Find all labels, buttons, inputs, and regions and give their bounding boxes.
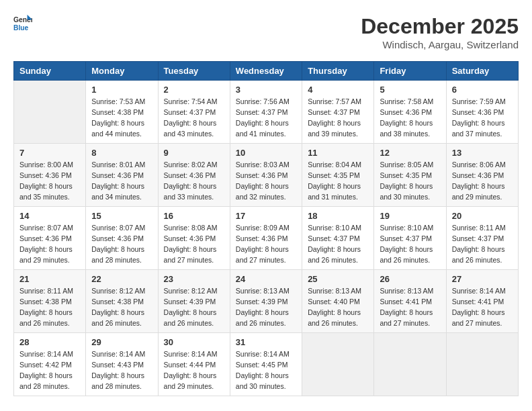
cell-content: Sunrise: 7:58 AMSunset: 4:36 PMDaylight:… [380, 97, 440, 139]
calendar-cell: 28Sunrise: 8:14 AMSunset: 4:42 PMDayligh… [14, 333, 86, 396]
cell-content: Sunrise: 8:04 AMSunset: 4:35 PMDaylight:… [308, 160, 368, 202]
cell-content: Sunrise: 8:05 AMSunset: 4:35 PMDaylight:… [380, 160, 440, 202]
calendar-cell: 19Sunrise: 8:10 AMSunset: 4:37 PMDayligh… [374, 207, 446, 270]
day-number: 9 [164, 148, 224, 158]
day-number: 13 [452, 148, 513, 158]
day-number: 1 [91, 85, 152, 95]
calendar-cell: 16Sunrise: 8:08 AMSunset: 4:36 PMDayligh… [158, 207, 230, 270]
calendar-cell: 15Sunrise: 8:07 AMSunset: 4:36 PMDayligh… [86, 207, 158, 270]
cell-content: Sunrise: 8:14 AMSunset: 4:45 PMDaylight:… [236, 349, 296, 392]
weekday-header-wednesday: Wednesday [230, 62, 302, 81]
cell-content: Sunrise: 7:59 AMSunset: 4:36 PMDaylight:… [452, 97, 513, 139]
calendar-cell: 4Sunrise: 7:57 AMSunset: 4:37 PMDaylight… [302, 81, 374, 144]
day-number: 30 [164, 337, 224, 347]
weekday-header-monday: Monday [86, 62, 158, 81]
calendar-cell: 14Sunrise: 8:07 AMSunset: 4:36 PMDayligh… [14, 207, 86, 270]
calendar-cell: 3Sunrise: 7:56 AMSunset: 4:37 PMDaylight… [230, 81, 302, 144]
calendar-cell: 25Sunrise: 8:13 AMSunset: 4:40 PMDayligh… [302, 270, 374, 333]
day-number: 5 [380, 85, 440, 95]
calendar-cell: 21Sunrise: 8:11 AMSunset: 4:38 PMDayligh… [14, 270, 86, 333]
cell-content: Sunrise: 8:00 AMSunset: 4:36 PMDaylight:… [19, 160, 80, 202]
cell-content: Sunrise: 8:13 AMSunset: 4:40 PMDaylight:… [308, 286, 368, 328]
calendar-cell: 11Sunrise: 8:04 AMSunset: 4:35 PMDayligh… [302, 144, 374, 207]
week-row-3: 14Sunrise: 8:07 AMSunset: 4:36 PMDayligh… [14, 207, 519, 270]
calendar-cell: 23Sunrise: 8:12 AMSunset: 4:39 PMDayligh… [158, 270, 230, 333]
cell-content: Sunrise: 8:08 AMSunset: 4:36 PMDaylight:… [164, 223, 224, 265]
calendar-cell: 9Sunrise: 8:02 AMSunset: 4:36 PMDaylight… [158, 144, 230, 207]
calendar-cell: 8Sunrise: 8:01 AMSunset: 4:36 PMDaylight… [86, 144, 158, 207]
calendar-cell [446, 333, 518, 396]
day-number: 10 [236, 148, 296, 158]
cell-content: Sunrise: 8:10 AMSunset: 4:37 PMDaylight:… [308, 223, 368, 265]
calendar-cell: 18Sunrise: 8:10 AMSunset: 4:37 PMDayligh… [302, 207, 374, 270]
day-number: 22 [91, 274, 152, 284]
cell-content: Sunrise: 8:14 AMSunset: 4:44 PMDaylight:… [164, 349, 224, 392]
cell-content: Sunrise: 8:14 AMSunset: 4:41 PMDaylight:… [452, 286, 513, 328]
calendar-cell: 31Sunrise: 8:14 AMSunset: 4:45 PMDayligh… [230, 333, 302, 396]
cell-content: Sunrise: 8:11 AMSunset: 4:37 PMDaylight:… [452, 223, 513, 265]
calendar-cell: 10Sunrise: 8:03 AMSunset: 4:36 PMDayligh… [230, 144, 302, 207]
day-number: 27 [452, 274, 513, 284]
day-number: 16 [164, 211, 224, 221]
week-row-5: 28Sunrise: 8:14 AMSunset: 4:42 PMDayligh… [14, 333, 519, 396]
cell-content: Sunrise: 8:14 AMSunset: 4:42 PMDaylight:… [19, 349, 80, 392]
calendar-cell: 2Sunrise: 7:54 AMSunset: 4:37 PMDaylight… [158, 81, 230, 144]
calendar-cell [302, 333, 374, 396]
cell-content: Sunrise: 8:01 AMSunset: 4:36 PMDaylight:… [91, 160, 152, 202]
cell-content: Sunrise: 7:57 AMSunset: 4:37 PMDaylight:… [308, 97, 368, 139]
day-number: 29 [91, 337, 152, 347]
day-number: 11 [308, 148, 368, 158]
svg-text:Blue: Blue [13, 24, 29, 32]
day-number: 14 [19, 211, 80, 221]
day-number: 3 [236, 85, 296, 95]
day-number: 17 [236, 211, 296, 221]
calendar-cell: 27Sunrise: 8:14 AMSunset: 4:41 PMDayligh… [446, 270, 518, 333]
day-number: 12 [380, 148, 440, 158]
calendar-cell: 24Sunrise: 8:13 AMSunset: 4:39 PMDayligh… [230, 270, 302, 333]
calendar-cell: 5Sunrise: 7:58 AMSunset: 4:36 PMDaylight… [374, 81, 446, 144]
month-title: December 2025 [361, 13, 519, 39]
cell-content: Sunrise: 8:07 AMSunset: 4:36 PMDaylight:… [91, 223, 152, 265]
logo: General Blue [13, 13, 32, 32]
cell-content: Sunrise: 8:12 AMSunset: 4:38 PMDaylight:… [91, 286, 152, 328]
cell-content: Sunrise: 8:06 AMSunset: 4:36 PMDaylight:… [452, 160, 513, 202]
day-number: 24 [236, 274, 296, 284]
cell-content: Sunrise: 8:13 AMSunset: 4:39 PMDaylight:… [236, 286, 296, 328]
calendar-cell: 6Sunrise: 7:59 AMSunset: 4:36 PMDaylight… [446, 81, 518, 144]
cell-content: Sunrise: 8:07 AMSunset: 4:36 PMDaylight:… [19, 223, 80, 265]
day-number: 15 [91, 211, 152, 221]
calendar-cell: 26Sunrise: 8:13 AMSunset: 4:41 PMDayligh… [374, 270, 446, 333]
day-number: 6 [452, 85, 513, 95]
calendar-cell: 20Sunrise: 8:11 AMSunset: 4:37 PMDayligh… [446, 207, 518, 270]
cell-content: Sunrise: 8:10 AMSunset: 4:37 PMDaylight:… [380, 223, 440, 265]
cell-content: Sunrise: 7:53 AMSunset: 4:38 PMDaylight:… [91, 97, 152, 139]
cell-content: Sunrise: 8:12 AMSunset: 4:39 PMDaylight:… [164, 286, 224, 328]
weekday-header-sunday: Sunday [14, 62, 86, 81]
calendar: SundayMondayTuesdayWednesdayThursdayFrid… [13, 61, 519, 396]
day-number: 31 [236, 337, 296, 347]
week-row-4: 21Sunrise: 8:11 AMSunset: 4:38 PMDayligh… [14, 270, 519, 333]
day-number: 26 [380, 274, 440, 284]
calendar-cell [14, 81, 86, 144]
day-number: 19 [380, 211, 440, 221]
day-number: 8 [91, 148, 152, 158]
weekday-header-tuesday: Tuesday [158, 62, 230, 81]
calendar-cell: 13Sunrise: 8:06 AMSunset: 4:36 PMDayligh… [446, 144, 518, 207]
cell-content: Sunrise: 8:13 AMSunset: 4:41 PMDaylight:… [380, 286, 440, 328]
title-area: December 2025 Windisch, Aargau, Switzerl… [361, 13, 519, 50]
cell-content: Sunrise: 8:11 AMSunset: 4:38 PMDaylight:… [19, 286, 80, 328]
cell-content: Sunrise: 7:56 AMSunset: 4:37 PMDaylight:… [236, 97, 296, 139]
day-number: 21 [19, 274, 80, 284]
calendar-cell: 12Sunrise: 8:05 AMSunset: 4:35 PMDayligh… [374, 144, 446, 207]
logo-icon: General Blue [13, 13, 32, 32]
day-number: 7 [19, 148, 80, 158]
cell-content: Sunrise: 8:14 AMSunset: 4:43 PMDaylight:… [91, 349, 152, 392]
calendar-cell: 1Sunrise: 7:53 AMSunset: 4:38 PMDaylight… [86, 81, 158, 144]
day-number: 23 [164, 274, 224, 284]
calendar-cell: 7Sunrise: 8:00 AMSunset: 4:36 PMDaylight… [14, 144, 86, 207]
weekday-header-thursday: Thursday [302, 62, 374, 81]
calendar-cell: 17Sunrise: 8:09 AMSunset: 4:36 PMDayligh… [230, 207, 302, 270]
day-number: 25 [308, 274, 368, 284]
calendar-cell: 22Sunrise: 8:12 AMSunset: 4:38 PMDayligh… [86, 270, 158, 333]
calendar-cell: 30Sunrise: 8:14 AMSunset: 4:44 PMDayligh… [158, 333, 230, 396]
